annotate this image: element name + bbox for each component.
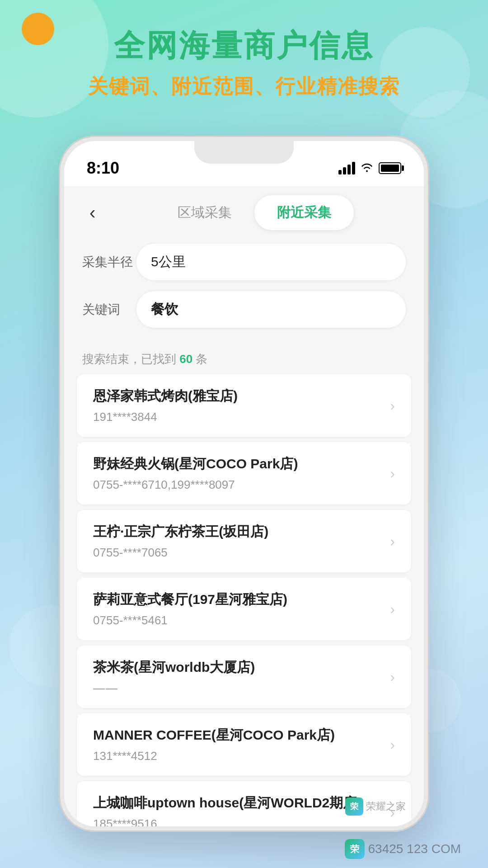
item-name: MANNER COFFEE(星河COCO Park店) xyxy=(93,726,383,745)
list-item[interactable]: 野妹经典火锅(星河COCO Park店) 0755-****6710,199**… xyxy=(77,442,411,505)
list-item[interactable]: MANNER COFFEE(星河COCO Park店) 131****4512 … xyxy=(77,713,411,776)
app-content: ‹ 区域采集 附近采集 采集半径 5公里 关键词 餐饮 搜索结束，已 xyxy=(64,186,424,826)
form-area: 采集半径 5公里 关键词 餐饮 xyxy=(64,239,424,348)
signal-icon xyxy=(338,162,355,175)
battery-icon xyxy=(379,162,401,174)
wifi-icon xyxy=(361,161,373,175)
result-unit: 条 xyxy=(196,352,207,366)
item-phone: 131****4512 xyxy=(93,749,383,763)
item-name: 恩泽家韩式烤肉(雅宝店) xyxy=(93,387,383,406)
logo-icon: 荣 xyxy=(345,839,365,859)
status-time: 8:10 xyxy=(87,159,119,178)
item-name: 上城咖啡uptown house(星河WORLD2期店) xyxy=(93,794,383,812)
chevron-right-icon: › xyxy=(390,736,395,753)
keyword-input[interactable]: 餐饮 xyxy=(136,291,406,328)
watermark-logo-icon: 荣 xyxy=(345,797,363,816)
bottom-logo: 荣 xyxy=(345,839,365,859)
header-area: 全网海量商户信息 关键词、附近范围、行业精准搜索 xyxy=(0,27,488,99)
result-count: 60 xyxy=(179,352,192,366)
bottom-watermark: 荣 63425 123 COM xyxy=(345,839,461,859)
item-phone: 191****3844 xyxy=(93,410,383,424)
keyword-label: 关键词 xyxy=(82,301,136,318)
radius-row: 采集半径 5公里 xyxy=(82,244,406,280)
item-name: 茶米茶(星河worldb大厦店) xyxy=(93,658,383,677)
sub-title: 关键词、附近范围、行业精准搜索 xyxy=(0,73,488,99)
chevron-right-icon: › xyxy=(390,601,395,618)
item-phone: 0755-****7065 xyxy=(93,546,383,560)
chevron-right-icon: › xyxy=(390,397,395,414)
list-item[interactable]: 茶米茶(星河worldb大厦店) —— › xyxy=(77,646,411,708)
item-phone: 0755-****6710,199****8097 xyxy=(93,478,383,492)
keyword-row: 关键词 餐饮 xyxy=(82,291,406,328)
tab-group: 区域采集 附近采集 xyxy=(103,195,406,230)
radius-label: 采集半径 xyxy=(82,254,136,271)
result-list: 恩泽家韩式烤肉(雅宝店) 191****3844 › 野妹经典火锅(星河COCO… xyxy=(64,374,424,826)
item-phone: —— xyxy=(93,681,383,695)
result-info: 搜索结束，已找到 60 条 xyxy=(64,348,424,374)
phone-mockup: 8:10 xyxy=(59,136,429,832)
chevron-right-icon: › xyxy=(390,465,395,482)
nav-bar: ‹ 区域采集 附近采集 xyxy=(64,186,424,239)
item-name: 萨莉亚意式餐厅(197星河雅宝店) xyxy=(93,590,383,609)
item-phone: 185****9516 xyxy=(93,817,383,826)
notch-cutout xyxy=(194,141,294,164)
result-status-text: 搜索结束，已找到 xyxy=(82,352,176,366)
chevron-right-icon: › xyxy=(390,533,395,550)
item-name: 野妹经典火锅(星河COCO Park店) xyxy=(93,455,383,473)
status-icons xyxy=(338,161,401,175)
list-item[interactable]: 萨莉亚意式餐厅(197星河雅宝店) 0755-****5461 › xyxy=(77,578,411,640)
status-bar: 8:10 xyxy=(64,141,424,186)
tab-area-collection[interactable]: 区域采集 xyxy=(155,195,254,230)
tab-nearby-collection[interactable]: 附近采集 xyxy=(254,195,354,230)
chevron-right-icon: › xyxy=(390,669,395,685)
list-item[interactable]: 恩泽家韩式烤肉(雅宝店) 191****3844 › xyxy=(77,374,411,437)
bottom-watermark-text: 63425 123 COM xyxy=(368,842,461,856)
watermark-text: 荣耀之家 xyxy=(366,800,406,813)
phone-inner: 8:10 xyxy=(64,141,424,826)
radius-input[interactable]: 5公里 xyxy=(136,244,406,280)
in-phone-watermark: 荣 荣耀之家 xyxy=(345,797,406,816)
list-item[interactable]: 王柠·正宗广东柠茶王(坂田店) 0755-****7065 › xyxy=(77,510,411,572)
back-button[interactable]: ‹ xyxy=(82,199,103,226)
main-title: 全网海量商户信息 xyxy=(0,27,488,64)
item-name: 王柠·正宗广东柠茶王(坂田店) xyxy=(93,523,383,541)
item-phone: 0755-****5461 xyxy=(93,613,383,627)
